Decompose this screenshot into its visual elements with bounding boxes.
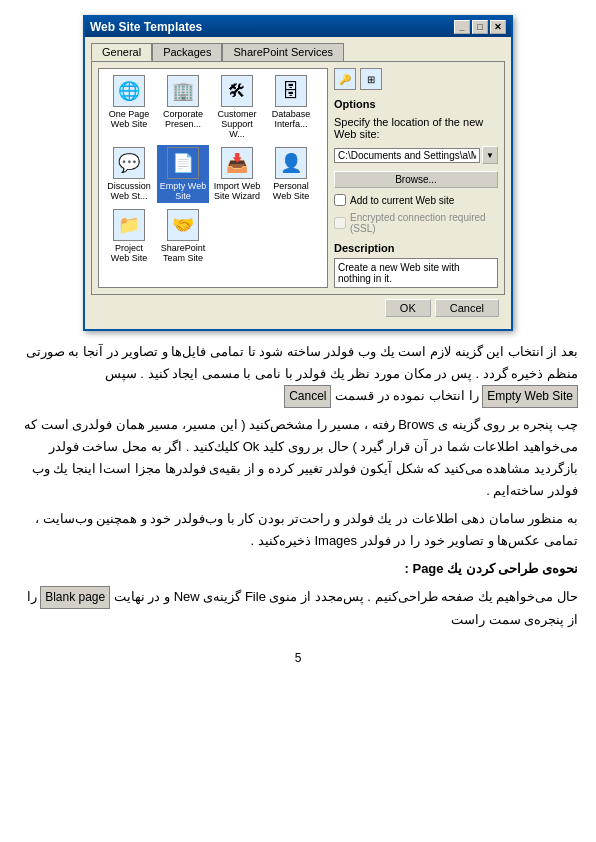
template-label-discussion: Discussion Web St... (105, 181, 153, 201)
template-customer[interactable]: 🛠 Customer Support W... (211, 73, 263, 141)
template-corporate[interactable]: 🏢 Corporate Presen... (157, 73, 209, 141)
checkbox-add-current-label: Add to current Web site (350, 195, 454, 206)
options-header: Options (334, 98, 498, 110)
template-icon-discussion: 💬 (113, 147, 145, 179)
template-icon-database: 🗄 (275, 75, 307, 107)
template-label-personal: Personal Web Site (267, 181, 315, 201)
templates-grid: 🌐 One Page Web Site 🏢 Corporate Presen..… (98, 68, 328, 288)
paragraph-4: نحوه‌ی طراحی كردن یك Page : (18, 558, 578, 580)
template-icon-empty-web: 📄 (167, 147, 199, 179)
checkbox-ssl: Encrypted connection required (SSL) (334, 212, 498, 234)
dialog-footer: OK Cancel (91, 295, 505, 323)
template-label-sharepoint: SharePoint Team Site (159, 243, 207, 263)
checkbox-add-current-input[interactable] (334, 194, 346, 206)
dialog-box: Web Site Templates _ □ ✕ General Package… (83, 15, 513, 331)
paragraph-1: بعد از انتخاب این گزینه لازم است یك وب ف… (18, 341, 578, 408)
titlebar-buttons: _ □ ✕ (454, 20, 506, 34)
template-icon-import: 📥 (221, 147, 253, 179)
template-personal[interactable]: 👤 Personal Web Site (265, 145, 317, 203)
template-import[interactable]: 📥 Import Web Site Wizard (211, 145, 263, 203)
para4-text: نحوه‌ی طراحی كردن یك Page : (405, 561, 578, 576)
location-dropdown-arrow[interactable]: ▼ (482, 146, 498, 164)
template-project[interactable]: 📁 Project Web Site (103, 207, 155, 265)
page-number: 5 (18, 651, 578, 665)
dialog-title: Web Site Templates (90, 20, 202, 34)
maximize-button[interactable]: □ (472, 20, 488, 34)
page-container: Web Site Templates _ □ ✕ General Package… (0, 0, 596, 842)
paragraph-5: حال می‌خواهیم یك صفحه طراحی‌كنیم . پس‌مج… (18, 586, 578, 630)
options-top-icons: 🔑 ⊞ (334, 68, 498, 90)
template-icon-corporate: 🏢 (167, 75, 199, 107)
template-empty-web[interactable]: 📄 Empty Web Site (157, 145, 209, 203)
template-label-customer: Customer Support W... (213, 109, 261, 139)
dialog-wrapper: Web Site Templates _ □ ✕ General Package… (18, 15, 578, 331)
paragraph-3: به منظور سامان دهی اطلاعات در یك فولدر و… (18, 508, 578, 552)
templates-row-2: 💬 Discussion Web St... 📄 Empty Web Site … (103, 145, 323, 203)
empty-web-site-highlight: Empty Web Site (482, 385, 578, 407)
checkbox-ssl-input[interactable] (334, 217, 346, 229)
option-icon-2: ⊞ (360, 68, 382, 90)
template-icon-sharepoint: 🤝 (167, 209, 199, 241)
cancel-highlight: Cancel (284, 385, 331, 407)
page-text-body: بعد از انتخاب این گزینه لازم است یك وب ف… (18, 341, 578, 631)
template-icon-one-page: 🌐 (113, 75, 145, 107)
template-label-one-page: One Page Web Site (105, 109, 153, 129)
para1-text: بعد از انتخاب این گزینه لازم است یك وب ف… (26, 344, 578, 381)
template-database[interactable]: 🗄 Database Interfa... (265, 73, 317, 141)
location-row: ▼ (334, 146, 498, 164)
close-button[interactable]: ✕ (490, 20, 506, 34)
template-label-database: Database Interfa... (267, 109, 315, 129)
option-icon-1: 🔑 (334, 68, 356, 90)
dialog-titlebar: Web Site Templates _ □ ✕ (85, 17, 511, 37)
checkbox-add-current: Add to current Web site (334, 194, 498, 206)
template-label-corporate: Corporate Presen... (159, 109, 207, 129)
location-input[interactable] (334, 148, 480, 163)
tab-sharepoint[interactable]: SharePoint Services (222, 43, 344, 61)
tab-general[interactable]: General (91, 43, 152, 61)
options-specify-label: Specify the location of the new Web site… (334, 116, 498, 140)
tabs-bar: General Packages SharePoint Services (91, 43, 505, 61)
cancel-button[interactable]: Cancel (435, 299, 499, 317)
options-panel: 🔑 ⊞ Options Specify the location of the … (334, 68, 498, 288)
ok-button[interactable]: OK (385, 299, 431, 317)
template-icon-personal: 👤 (275, 147, 307, 179)
description-label: Description (334, 242, 498, 254)
templates-row-3: 📁 Project Web Site 🤝 SharePoint Team Sit… (103, 207, 323, 265)
template-icon-project: 📁 (113, 209, 145, 241)
template-label-import: Import Web Site Wizard (213, 181, 261, 201)
template-one-page[interactable]: 🌐 One Page Web Site (103, 73, 155, 141)
blank-page-highlight: Blank page (40, 586, 110, 608)
template-icon-customer: 🛠 (221, 75, 253, 107)
description-text: Create a new Web site with nothing in it… (334, 258, 498, 288)
template-label-empty-web: Empty Web Site (159, 181, 207, 201)
minimize-button[interactable]: _ (454, 20, 470, 34)
dialog-content: General Packages SharePoint Services 🌐 O… (85, 37, 511, 329)
checkbox-ssl-label: Encrypted connection required (SSL) (350, 212, 498, 234)
templates-row-1: 🌐 One Page Web Site 🏢 Corporate Presen..… (103, 73, 323, 141)
template-sharepoint[interactable]: 🤝 SharePoint Team Site (157, 207, 209, 265)
para5-start: حال می‌خواهیم یك صفحه طراحی‌كنیم . پس‌مج… (114, 589, 578, 604)
tab-packages[interactable]: Packages (152, 43, 222, 61)
para1-suffix-text: را انتخاب نموده در قسمت (335, 388, 478, 403)
paragraph-2: چب پنجره بر روی گزینه ی Brows رفته ، مسی… (18, 414, 578, 502)
browse-button[interactable]: Browse... (334, 171, 498, 188)
tab-panel-general: 🌐 One Page Web Site 🏢 Corporate Presen..… (91, 61, 505, 295)
template-label-project: Project Web Site (105, 243, 153, 263)
template-discussion[interactable]: 💬 Discussion Web St... (103, 145, 155, 203)
